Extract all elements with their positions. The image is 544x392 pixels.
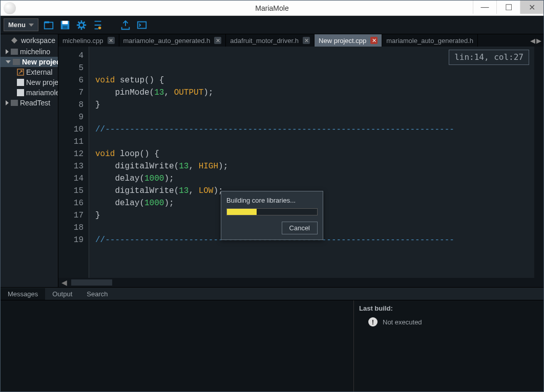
- app-window: MariaMole — ☐ ✕ Menu: [0, 0, 544, 392]
- sidebar-item-readtest[interactable]: ReadTest: [1, 98, 58, 108]
- close-button[interactable]: ✕: [520, 1, 543, 14]
- horizontal-scrollbar[interactable]: ◀ ▶: [58, 278, 543, 287]
- tab-scroll-left[interactable]: ◀: [530, 37, 535, 45]
- upload-icon[interactable]: [119, 19, 132, 31]
- panel-tabs: Messages Output Search: [1, 287, 543, 300]
- sidebar-item-label: External: [26, 68, 52, 76]
- sidebar-item-label: New project.cpp: [26, 78, 58, 86]
- window-buttons: — ☐ ✕: [473, 1, 543, 14]
- panel-tab-output[interactable]: Output: [45, 288, 79, 300]
- code-editor[interactable]: 45678910111213141516171819 void setup() …: [58, 47, 543, 278]
- svg-rect-3: [62, 20, 68, 24]
- panel-tab-search[interactable]: Search: [79, 288, 115, 300]
- folder-icon: [13, 59, 20, 65]
- tabbar: michelino.cpp ✕ mariamole_auto_generated…: [58, 34, 543, 47]
- progress-bar: [226, 208, 318, 215]
- workspace-root[interactable]: workspace: [1, 34, 58, 47]
- sidebar-item-file-cpp[interactable]: New project.cpp: [1, 77, 58, 88]
- build-panel: Last build: ! Not executed: [354, 300, 543, 391]
- sidebar-item-label: ReadTest: [20, 99, 50, 107]
- close-icon[interactable]: ✕: [214, 37, 221, 44]
- svg-line-12: [78, 27, 80, 28]
- code-content: void setup() { pinMode(13, OUTPUT); } //…: [89, 47, 454, 278]
- file-icon: [17, 79, 24, 86]
- close-icon[interactable]: ✕: [303, 37, 310, 44]
- tab-label: michelino.cpp: [62, 37, 103, 45]
- app-icon: [4, 2, 16, 14]
- build-icon[interactable]: [92, 19, 104, 31]
- terminal-icon[interactable]: [136, 19, 148, 31]
- tab-scroll-arrows: ◀ ▶: [528, 34, 543, 47]
- info-icon: !: [368, 317, 378, 326]
- sidebar-item-label: mariamole: [26, 89, 58, 97]
- sidebar-item-label: New project: [22, 58, 58, 66]
- expand-icon: [6, 49, 9, 54]
- folder-icon: [11, 100, 18, 106]
- file-icon: [17, 89, 24, 96]
- tab-scroll-right[interactable]: ▶: [536, 37, 541, 45]
- close-icon[interactable]: ✕: [370, 37, 378, 44]
- svg-rect-4: [62, 25, 67, 28]
- panel-tab-messages[interactable]: Messages: [1, 288, 45, 300]
- link-icon: [17, 69, 24, 76]
- svg-rect-15: [138, 21, 147, 28]
- tab-adafruit[interactable]: adafruit_motor_driver.h ✕: [226, 34, 315, 47]
- tab-label: mariamole_auto_generated.h: [123, 37, 211, 45]
- workspace-icon: [11, 37, 18, 44]
- menubar: Menu: [1, 16, 543, 34]
- expand-icon: [6, 100, 9, 105]
- window-title: MariaMole: [255, 4, 288, 12]
- sidebar-item-label: michelino: [20, 48, 50, 56]
- editor-area: michelino.cpp ✕ mariamole_auto_generated…: [58, 34, 543, 287]
- tab-new-project[interactable]: New project.cpp ✕: [315, 34, 382, 47]
- dialog-message: Building core libraries...: [226, 197, 318, 204]
- cursor-position: lin:14, col:27: [449, 50, 529, 65]
- tab-auto-gen-1[interactable]: mariamole_auto_generated.h ✕: [119, 34, 226, 47]
- gear-icon[interactable]: [75, 19, 88, 31]
- scroll-thumb[interactable]: [71, 279, 112, 286]
- tab-auto-gen-2[interactable]: mariamole_auto_generated.h: [382, 34, 478, 47]
- svg-point-5: [79, 23, 83, 27]
- close-icon[interactable]: ✕: [108, 37, 115, 44]
- messages-panel: [1, 300, 354, 391]
- menu-label: Menu: [8, 21, 26, 29]
- minimize-button[interactable]: —: [473, 1, 496, 14]
- svg-point-14: [98, 26, 101, 29]
- svg-rect-1: [45, 21, 49, 23]
- tab-label: mariamole_auto_generated.h: [386, 37, 473, 45]
- titlebar: MariaMole — ☐ ✕: [1, 1, 543, 16]
- progress-fill: [227, 209, 257, 215]
- last-build-label: Last build:: [359, 304, 538, 312]
- svg-marker-16: [11, 37, 17, 43]
- tab-label: New project.cpp: [319, 37, 366, 45]
- sidebar-item-external[interactable]: External: [1, 67, 58, 77]
- sidebar: workspace michelino New project External: [1, 34, 58, 287]
- workspace-label: workspace: [21, 36, 55, 45]
- svg-line-10: [78, 21, 80, 23]
- sidebar-item-file-mm[interactable]: mariamole: [1, 88, 58, 98]
- line-gutter: 45678910111213141516171819: [58, 47, 89, 278]
- panel-body: Last build: ! Not executed: [1, 300, 543, 391]
- main-columns: workspace michelino New project External: [1, 34, 543, 287]
- expand-icon: [6, 60, 11, 63]
- build-dialog: Building core libraries... Cancel: [221, 191, 323, 240]
- svg-rect-0: [45, 22, 53, 29]
- scroll-left-icon[interactable]: ◀: [61, 278, 67, 287]
- save-icon[interactable]: [59, 19, 71, 31]
- open-icon[interactable]: [43, 19, 55, 31]
- chevron-down-icon: [29, 24, 34, 27]
- tab-label: adafruit_motor_driver.h: [230, 37, 299, 45]
- sidebar-item-new-project[interactable]: New project: [1, 57, 58, 67]
- vertical-scrollbar[interactable]: [534, 47, 543, 287]
- folder-icon: [11, 49, 18, 55]
- menu-button[interactable]: Menu: [4, 18, 38, 31]
- tab-michelino[interactable]: michelino.cpp ✕: [58, 34, 119, 47]
- svg-line-13: [83, 21, 85, 23]
- maximize-button[interactable]: ☐: [496, 1, 520, 14]
- cancel-button[interactable]: Cancel: [282, 222, 318, 234]
- sidebar-item-michelino[interactable]: michelino: [1, 47, 58, 57]
- build-status: Not executed: [383, 318, 422, 326]
- svg-line-11: [83, 27, 85, 28]
- app-body: Menu: [1, 16, 543, 391]
